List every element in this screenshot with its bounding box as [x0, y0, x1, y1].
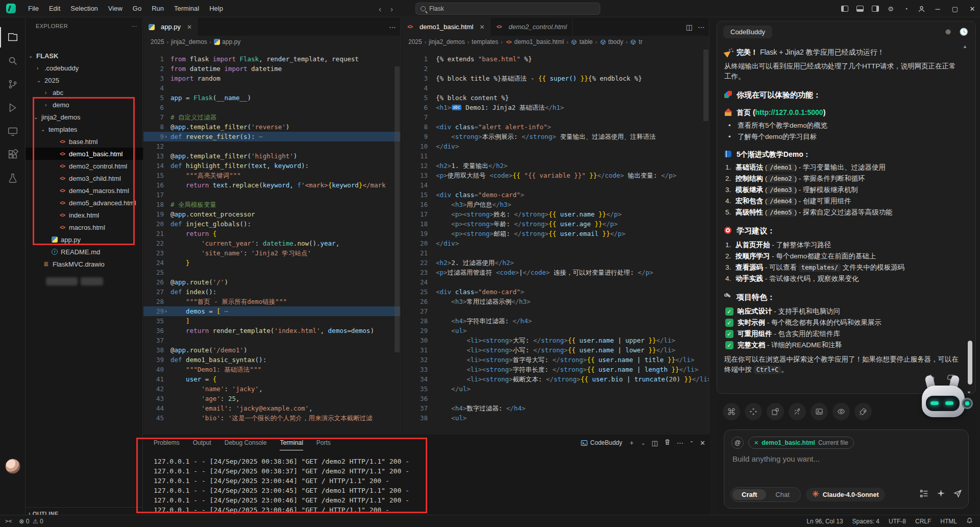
- tab-demo1-basic-html[interactable]: <>demo1_basic.html✕: [401, 18, 491, 36]
- tree-item-2025[interactable]: ⌄2025: [26, 74, 143, 86]
- panel-more-icon[interactable]: ⋯: [677, 439, 683, 447]
- task-list-icon[interactable]: [920, 489, 928, 500]
- split-terminal-icon[interactable]: ◫: [651, 439, 657, 447]
- mode-chat[interactable]: Chat: [766, 489, 798, 500]
- model-selector[interactable]: Claude-4.0-Sonnet: [806, 488, 885, 501]
- command-icon[interactable]: [723, 403, 740, 420]
- maximize-button[interactable]: ▢: [947, 0, 963, 17]
- image-icon[interactable]: [811, 403, 828, 420]
- status-utf-8[interactable]: UTF-8: [889, 518, 906, 525]
- kill-terminal-icon[interactable]: [664, 439, 671, 447]
- breadcrumb[interactable]: 2025›jinja2_demos›app.py: [143, 36, 400, 48]
- account-icon[interactable]: [915, 2, 928, 15]
- toggle-sidebar-icon[interactable]: [838, 2, 851, 15]
- chat-input-placeholder[interactable]: Build anything you want...: [732, 454, 820, 463]
- remote-icon[interactable]: [0, 121, 26, 141]
- nav-back-icon[interactable]: ‹: [379, 5, 381, 13]
- tree-item-readme-md[interactable]: iREADME.md: [26, 246, 143, 258]
- close-button[interactable]: ✕: [965, 0, 980, 17]
- context-file-chip[interactable]: ✕ demo1_basic.html Current file: [748, 437, 854, 449]
- breadcrumb-item[interactable]: templates: [472, 38, 498, 45]
- tab-app-py[interactable]: app.py ✕: [143, 18, 198, 36]
- menu-view[interactable]: View: [103, 0, 128, 17]
- tree-item-flaskmvc-drawio[interactable]: ≣FlaskMVC.drawio: [26, 258, 143, 270]
- extensions-icon[interactable]: [0, 145, 26, 165]
- breadcrumb-item[interactable]: table: [571, 38, 593, 45]
- close-tab-icon[interactable]: ✕: [480, 23, 485, 31]
- tree-item-flask[interactable]: ⌄FLASK: [26, 50, 143, 62]
- breadcrumb-item[interactable]: tr: [630, 38, 642, 45]
- test-beaker-icon[interactable]: [0, 168, 26, 188]
- python-code-area[interactable]: 1from flask import Flask, render_templat…: [143, 48, 400, 433]
- editor1-more-actions-icon[interactable]: ⋯: [389, 23, 396, 31]
- editor1-scrollbar[interactable]: [395, 66, 400, 352]
- menu-file[interactable]: File: [23, 0, 44, 17]
- explorer-more-icon[interactable]: ⋯: [132, 23, 137, 30]
- terminal-instance-label[interactable]: CodeBuddy: [581, 439, 622, 446]
- explorer-icon[interactable]: [0, 27, 26, 47]
- status-crlf[interactable]: CRLF: [915, 518, 931, 525]
- chat-input-card[interactable]: @ ✕ demo1_basic.html Current file Build …: [724, 429, 969, 509]
- breadcrumb[interactable]: 2025›jinja2_demos›templates›<>demo1_basi…: [401, 36, 709, 48]
- menu-selection[interactable]: Selection: [65, 0, 103, 17]
- breadcrumb-item[interactable]: 2025: [408, 38, 422, 45]
- breadcrumb-item[interactable]: app.py: [214, 38, 240, 45]
- tree-item--codebuddy[interactable]: ›.codebuddy: [26, 62, 143, 74]
- history-icon[interactable]: 🕓: [960, 28, 968, 36]
- split-editor-icon[interactable]: ◫: [686, 23, 693, 31]
- mode-switch[interactable]: Craft Chat: [730, 487, 801, 502]
- status-html[interactable]: HTML: [940, 518, 957, 525]
- remote-indicator-icon[interactable]: ><: [5, 518, 12, 524]
- eye-icon[interactable]: [832, 403, 850, 420]
- editor2-more-actions-icon[interactable]: ⋯: [698, 23, 705, 31]
- minimize-button[interactable]: ─: [930, 0, 945, 17]
- send-icon[interactable]: [953, 489, 962, 500]
- nav-forward-icon[interactable]: ›: [390, 5, 393, 13]
- breadcrumb-item[interactable]: tbody: [600, 38, 623, 45]
- fold-chevron-icon[interactable]: ›: [164, 132, 170, 141]
- editor2-scrollbar[interactable]: [703, 50, 708, 121]
- fold-chevron-icon[interactable]: ›: [164, 306, 170, 316]
- status-ln[interactable]: Ln 96, Col 13: [806, 518, 843, 525]
- new-terminal-icon[interactable]: ＋: [628, 438, 635, 447]
- enhance-prompt-icon[interactable]: [937, 489, 945, 500]
- mention-icon[interactable]: @: [731, 437, 744, 449]
- breadcrumb-item[interactable]: 2025: [151, 38, 164, 45]
- notifications-bell-icon[interactable]: [966, 517, 973, 525]
- command-search-input[interactable]: Flask: [415, 3, 600, 15]
- menu-run[interactable]: Run: [146, 0, 169, 17]
- search-icon[interactable]: [0, 51, 26, 71]
- menu-go[interactable]: Go: [128, 0, 146, 17]
- new-chat-icon[interactable]: ⊕: [945, 28, 951, 36]
- tab-demo2-control-html[interactable]: <>demo2_control.html: [491, 18, 573, 36]
- terminal-dropdown-icon[interactable]: ⌄: [641, 440, 645, 446]
- toggle-panel-icon[interactable]: [853, 2, 867, 15]
- settings-gear-icon[interactable]: ⚙: [884, 2, 897, 15]
- copilot-icon[interactable]: ◔: [899, 2, 913, 15]
- close-panel-icon[interactable]: ✕: [700, 439, 705, 447]
- menu-help[interactable]: Help: [204, 0, 228, 17]
- collapse-message-icon[interactable]: ▲: [963, 44, 967, 49]
- breadcrumb-item[interactable]: jinja2_demos: [429, 38, 465, 45]
- close-tab-icon[interactable]: ✕: [187, 23, 192, 31]
- status-spaces[interactable]: Spaces: 4: [852, 518, 879, 525]
- problems-status[interactable]: ⊗ 0 ⚠ 0: [19, 518, 43, 525]
- dots-icon[interactable]: [745, 403, 762, 420]
- mode-craft[interactable]: Craft: [732, 489, 766, 500]
- chat-title-tab[interactable]: CodeBuddy: [723, 26, 772, 38]
- menu-edit[interactable]: Edit: [44, 0, 65, 17]
- menu-terminal[interactable]: Terminal: [169, 0, 204, 17]
- toggle-secondary-sidebar-icon[interactable]: [869, 2, 882, 15]
- user-avatar[interactable]: [5, 459, 20, 474]
- layout-icon[interactable]: [767, 403, 784, 420]
- source-control-icon[interactable]: [0, 74, 26, 94]
- maximize-panel-icon[interactable]: ⌃: [690, 440, 694, 446]
- html-code-area[interactable]: 1{% extends "base.html" %}23{% block tit…: [401, 48, 709, 433]
- breadcrumb-item[interactable]: <>demo1_basic.html: [505, 38, 564, 45]
- breadcrumb-item[interactable]: jinja2_demos: [171, 38, 207, 45]
- rocket-icon[interactable]: [854, 403, 872, 420]
- remove-context-icon[interactable]: ✕: [754, 440, 758, 446]
- local-url-link[interactable]: http://127.0.0.1:5000: [755, 108, 823, 116]
- plug-icon[interactable]: [789, 403, 806, 420]
- run-debug-icon[interactable]: [0, 98, 26, 118]
